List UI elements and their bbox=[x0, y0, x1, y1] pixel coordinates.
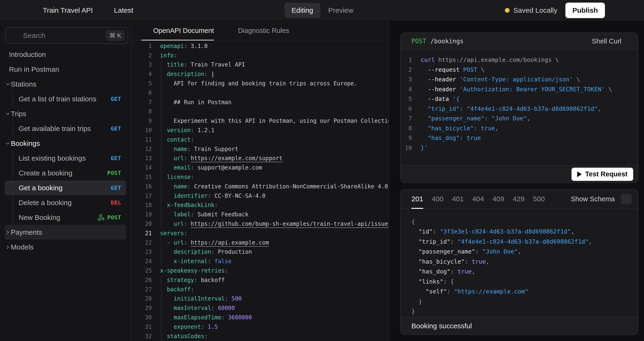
line-number: 19 bbox=[131, 211, 152, 218]
line-number: 20 bbox=[131, 221, 152, 227]
line-number: 16 bbox=[131, 183, 152, 190]
response-header: 201400401404409429500 Show Schema bbox=[400, 190, 638, 209]
tab-editing[interactable]: Editing bbox=[284, 3, 320, 18]
editor-code-line: 29 maxInterval: 60000 bbox=[131, 303, 388, 313]
chevron-down-icon bbox=[5, 81, 11, 87]
code-text: backoff: bbox=[160, 286, 194, 293]
test-request-button[interactable]: Test Request bbox=[572, 168, 633, 181]
show-schema-toggle[interactable] bbox=[621, 194, 632, 204]
sun-theme-icon[interactable] bbox=[630, 6, 639, 15]
brand-menu[interactable] bbox=[10, 4, 32, 17]
sidebar-item-label: Delete a booking bbox=[18, 199, 72, 207]
line-number: 8 bbox=[131, 108, 152, 115]
sidebar-item-create-a-booking[interactable]: Create a bookingPOST bbox=[5, 166, 126, 180]
sidebar-item-introduction[interactable]: Introduction bbox=[5, 47, 126, 62]
sidebar-item-get-a-list-of-train-stations[interactable]: Get a list of train stationsGET bbox=[5, 91, 126, 106]
method-badge-group: GET bbox=[111, 96, 121, 102]
request-code-line: 4 --header 'Authorization: Bearer YOUR_S… bbox=[400, 84, 638, 94]
status-tab-409[interactable]: 409 bbox=[492, 190, 504, 208]
code-text: name: Creative Commons Attribution-NonCo… bbox=[160, 183, 388, 190]
status-tab-201[interactable]: 201 bbox=[412, 190, 423, 208]
link-icon[interactable] bbox=[613, 6, 622, 15]
code-text: "passenger_name": "John Doe", bbox=[420, 115, 530, 122]
code-text: title: Train Travel API bbox=[160, 61, 245, 68]
editor-code-line: 25x-speakeasy-retries: bbox=[131, 266, 388, 275]
method-badge-group: POST bbox=[98, 214, 121, 221]
line-number: 26 bbox=[131, 277, 152, 283]
version-switcher[interactable]: Latest bbox=[114, 6, 144, 14]
sidebar-nav: IntroductionRun in PostmanStationsGet a … bbox=[0, 47, 131, 255]
status-tab-500[interactable]: 500 bbox=[533, 190, 545, 208]
search-input[interactable] bbox=[23, 31, 102, 39]
editor-code-line: 20 url: https://github.com/bump-sh-examp… bbox=[131, 219, 388, 229]
copy-icon[interactable] bbox=[557, 195, 565, 203]
status-tab-429[interactable]: 429 bbox=[513, 190, 524, 208]
request-code-line: 9 "has_dog": true bbox=[400, 133, 638, 143]
line-number: 8 bbox=[400, 125, 412, 132]
status-tab-400[interactable]: 400 bbox=[432, 190, 444, 208]
tab-diagnostic-rules[interactable]: Diagnostic Rules bbox=[226, 21, 289, 40]
editor-code-line: 12 name: Train Support bbox=[131, 144, 388, 154]
code-text: version: 1.2.1 bbox=[160, 127, 214, 134]
sidebar-item-trips[interactable]: Trips bbox=[5, 106, 126, 121]
line-number: 4 bbox=[400, 86, 412, 93]
status-tab-401[interactable]: 401 bbox=[452, 190, 464, 208]
chevron-down-icon bbox=[5, 111, 11, 117]
code-text: email: support@example.com bbox=[160, 164, 262, 171]
publish-button[interactable]: Publish bbox=[566, 2, 605, 18]
sidebar-item-list-existing-bookings[interactable]: List existing bookingsGET bbox=[5, 151, 126, 166]
sidebar-item-run-in-postman[interactable]: Run in Postman bbox=[5, 62, 126, 77]
sidebar: ⌘ K IntroductionRun in PostmanStationsGe… bbox=[0, 21, 131, 341]
editor-code-line: 21servers: bbox=[131, 229, 388, 238]
line-number: 24 bbox=[131, 258, 152, 265]
code-text: "links": { bbox=[412, 278, 454, 285]
search-icon bbox=[11, 32, 19, 39]
search-box[interactable]: ⌘ K bbox=[5, 27, 128, 44]
method-badge-group: POST bbox=[107, 170, 121, 176]
code-text: x-internal: false bbox=[160, 258, 232, 265]
method-badge: DEL bbox=[111, 200, 121, 206]
editor-code-line: 28 initialInterval: 500 bbox=[131, 294, 388, 304]
sidebar-item-bookings[interactable]: Bookings bbox=[5, 136, 126, 151]
sidebar-item-get-available-train-trips[interactable]: Get available train tripsGET bbox=[5, 121, 126, 136]
sidebar-item-models[interactable]: Models bbox=[5, 240, 126, 255]
response-code-line: "links": { bbox=[412, 277, 638, 287]
line-number: 11 bbox=[131, 136, 152, 143]
project-switcher[interactable]: Train Travel API bbox=[43, 6, 104, 14]
line-number: 3 bbox=[400, 76, 412, 83]
magic-wand-icon[interactable] bbox=[371, 26, 379, 35]
tab-preview[interactable]: Preview bbox=[322, 3, 360, 18]
code-text: "has_dog": true bbox=[420, 134, 481, 141]
code-text: name: Train Support bbox=[160, 146, 238, 152]
code-text: identifier: CC-BY-NC-SA-4.0 bbox=[160, 193, 266, 199]
sidebar-item-stations[interactable]: Stations bbox=[5, 77, 126, 91]
response-code-line: "passenger_name": "John Doe", bbox=[412, 247, 638, 257]
line-number: 28 bbox=[131, 295, 152, 302]
method-badge: GET bbox=[111, 126, 121, 132]
document-logo-icon bbox=[142, 26, 150, 34]
sidebar-item-delete-a-booking[interactable]: Delete a bookingDEL bbox=[5, 195, 126, 210]
response-description: Booking successful bbox=[412, 322, 472, 330]
tab-openapi-document[interactable]: OpenAPI Document bbox=[142, 21, 214, 40]
request-code-line: 2 --request POST \ bbox=[400, 65, 638, 75]
code-text: --data '{ bbox=[420, 95, 460, 102]
editor-code-line: 31 exponent: 1.5 bbox=[131, 322, 388, 332]
editor-code-line: 9 Experiment with this API in Postman, u… bbox=[131, 116, 388, 126]
sidebar-item-label: List existing bookings bbox=[18, 154, 86, 162]
sidebar-item-new-booking[interactable]: New BookingPOST bbox=[5, 210, 126, 225]
editor-code-line: 13 url: https://example.com/support bbox=[131, 154, 388, 163]
line-number: 10 bbox=[400, 144, 412, 151]
sidebar-item-get-a-booking[interactable]: Get a bookingGET bbox=[5, 180, 126, 195]
undo-icon[interactable] bbox=[351, 26, 360, 35]
version-name: Latest bbox=[114, 6, 133, 14]
line-number: 7 bbox=[131, 99, 152, 106]
sidebar-item-payments[interactable]: Payments bbox=[5, 225, 126, 240]
code-text: "has_dog": true, bbox=[412, 268, 475, 275]
code-text: }' bbox=[420, 144, 428, 151]
status-tab-404[interactable]: 404 bbox=[472, 190, 484, 208]
sidebar-item-label: Run in Postman bbox=[9, 65, 59, 73]
language-select[interactable]: Shell Curl bbox=[592, 37, 631, 45]
code-text: url: https://example.com/support bbox=[160, 155, 282, 162]
code-text: "self": "https://example.com" bbox=[412, 288, 528, 295]
yaml-code-editor[interactable]: 1openapi: 3.1.02info:3 title: Train Trav… bbox=[131, 40, 388, 341]
